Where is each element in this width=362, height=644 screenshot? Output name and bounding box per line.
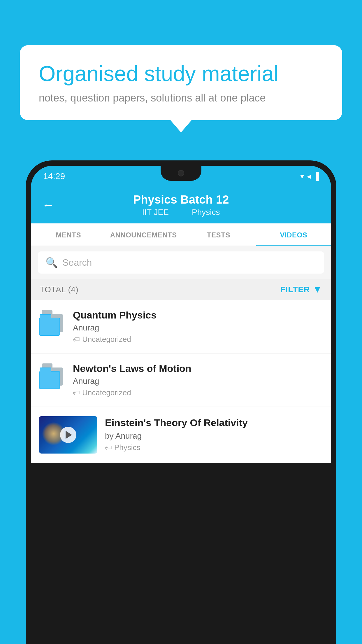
total-count-label: TOTAL (4) bbox=[40, 285, 78, 294]
header-subtitle-iitjee: IIT JEE bbox=[142, 208, 169, 217]
item-title-quantum: Quantum Physics bbox=[73, 309, 323, 321]
filter-funnel-icon: ▼ bbox=[313, 284, 322, 295]
play-button[interactable] bbox=[60, 427, 76, 443]
notch bbox=[161, 166, 201, 181]
list-item[interactable]: Quantum Physics Anurag 🏷 Uncategorized bbox=[31, 300, 331, 354]
search-bar[interactable]: 🔍 Search bbox=[38, 251, 324, 274]
app-header: ← Physics Batch 12 IIT JEE Physics bbox=[31, 187, 331, 223]
volume-button bbox=[26, 219, 26, 242]
header-subtitle-physics: Physics bbox=[192, 208, 220, 217]
item-author-newton: Anurag bbox=[73, 377, 323, 386]
header-subtitle: IIT JEE Physics bbox=[43, 208, 319, 217]
tag-icon-quantum: 🏷 bbox=[73, 335, 80, 344]
status-bar: 14:29 ▾ ◂ ▐ bbox=[31, 166, 331, 187]
filter-row: TOTAL (4) FILTER ▼ bbox=[31, 279, 331, 300]
tab-ments[interactable]: MENTS bbox=[31, 223, 106, 246]
folder-icon-newton bbox=[39, 365, 65, 391]
back-button[interactable]: ← bbox=[42, 198, 54, 212]
item-author-einstein: by Anurag bbox=[105, 431, 323, 441]
video-list: Quantum Physics Anurag 🏷 Uncategorized bbox=[31, 300, 331, 463]
speech-bubble-heading: Organised study material bbox=[39, 61, 323, 86]
phone-screen: 14:29 ▾ ◂ ▐ ← Physics Batch 12 IIT JEE P… bbox=[31, 166, 331, 639]
item-title-einstein: Einstein's Theory Of Relativity bbox=[105, 416, 323, 429]
item-tag-quantum: 🏷 Uncategorized bbox=[73, 335, 323, 344]
search-placeholder-text: Search bbox=[62, 257, 92, 268]
item-content-einstein: Einstein's Theory Of Relativity by Anura… bbox=[105, 416, 323, 452]
tab-bar: MENTS ANNOUNCEMENTS TESTS VIDEOS bbox=[31, 223, 331, 246]
speech-bubble-subtext: notes, question papers, solutions all at… bbox=[39, 92, 323, 104]
filter-label: FILTER bbox=[280, 285, 310, 294]
tab-tests[interactable]: TESTS bbox=[181, 223, 256, 246]
camera-cutout bbox=[178, 170, 184, 176]
phone-frame: 14:29 ▾ ◂ ▐ ← Physics Batch 12 IIT JEE P… bbox=[26, 160, 336, 644]
video-thumbnail-einstein bbox=[39, 416, 97, 454]
item-tag-newton: 🏷 Uncategorized bbox=[73, 388, 323, 397]
tab-videos[interactable]: VIDEOS bbox=[256, 223, 331, 246]
filter-button[interactable]: FILTER ▼ bbox=[280, 284, 322, 295]
tag-icon-einstein: 🏷 bbox=[105, 444, 112, 452]
play-triangle-icon bbox=[66, 431, 72, 439]
list-item[interactable]: Newton's Laws of Motion Anurag 🏷 Uncateg… bbox=[31, 354, 331, 407]
item-author-quantum: Anurag bbox=[73, 323, 323, 332]
item-tag-einstein: 🏷 Physics bbox=[105, 443, 323, 452]
list-item[interactable]: Einstein's Theory Of Relativity by Anura… bbox=[31, 407, 331, 463]
battery-icon: ▐ bbox=[314, 172, 319, 181]
power-button bbox=[336, 225, 336, 257]
speech-bubble-card: Organised study material notes, question… bbox=[20, 45, 342, 120]
speech-bubble: Organised study material notes, question… bbox=[20, 45, 342, 120]
item-title-newton: Newton's Laws of Motion bbox=[73, 363, 323, 374]
header-subtitle-sep bbox=[178, 208, 185, 217]
status-icons: ▾ ◂ ▐ bbox=[300, 172, 319, 181]
signal-icon: ◂ bbox=[307, 172, 311, 181]
item-content-quantum: Quantum Physics Anurag 🏷 Uncategorized bbox=[73, 309, 323, 344]
header-title: Physics Batch 12 bbox=[43, 193, 319, 206]
item-content-newton: Newton's Laws of Motion Anurag 🏷 Uncateg… bbox=[73, 363, 323, 397]
status-time: 14:29 bbox=[43, 171, 65, 181]
search-bar-wrapper: 🔍 Search bbox=[31, 246, 331, 279]
folder-icon-quantum bbox=[39, 311, 65, 337]
wifi-icon: ▾ bbox=[300, 172, 304, 181]
search-icon: 🔍 bbox=[45, 257, 58, 268]
tag-icon-newton: 🏷 bbox=[73, 389, 80, 397]
tab-announcements[interactable]: ANNOUNCEMENTS bbox=[106, 223, 181, 246]
